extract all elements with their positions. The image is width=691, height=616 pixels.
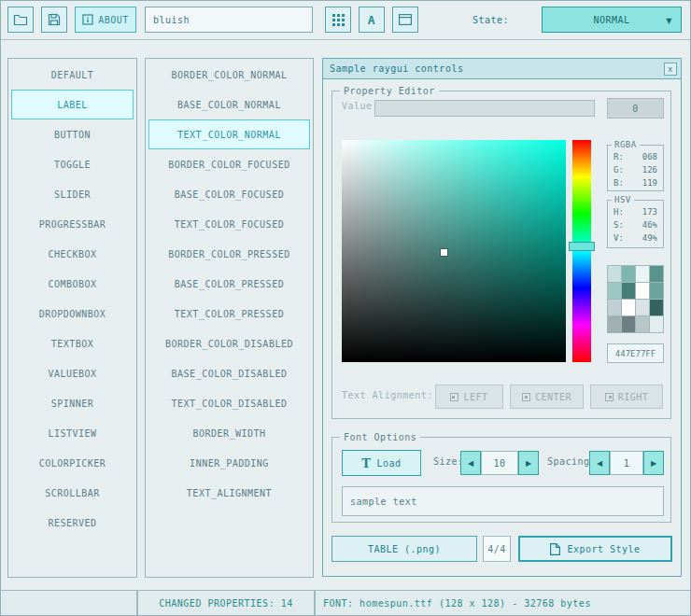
- color-swatch[interactable]: [608, 283, 621, 299]
- rgba-row-g: G:126: [608, 163, 663, 176]
- color-swatch[interactable]: [622, 266, 635, 282]
- hsv-row-v: V:49%: [608, 231, 663, 245]
- property-item-base-color-disabled[interactable]: BASE_COLOR_DISABLED: [148, 358, 310, 388]
- color-swatch[interactable]: [636, 283, 649, 299]
- control-item-combobox[interactable]: COMBOBOX: [11, 269, 134, 299]
- control-item-textbox[interactable]: TEXTBOX: [11, 329, 134, 358]
- properties-list: BORDER_COLOR_NORMALBASE_COLOR_NORMALTEXT…: [145, 58, 314, 578]
- style-name-value: bluish: [153, 15, 190, 25]
- spacing-increase-button[interactable]: ▶: [643, 451, 664, 475]
- controls-list: DEFAULTLABELBUTTONTOGGLESLIDERPROGRESSBA…: [7, 58, 137, 578]
- rgba-panel: RGBA R:068 G:126 B:119: [607, 145, 664, 191]
- control-item-scrollbar[interactable]: SCROLLBAR: [11, 478, 134, 508]
- letter-a-icon: A: [368, 13, 375, 27]
- color-swatch[interactable]: [650, 300, 663, 315]
- style-table-view-button[interactable]: [325, 7, 351, 33]
- control-item-valuebox[interactable]: VALUEBOX: [11, 358, 134, 388]
- control-item-progressbar[interactable]: PROGRESSBAR: [11, 209, 134, 239]
- property-item-text-color-disabled[interactable]: TEXT_COLOR_DISABLED: [148, 388, 310, 418]
- value-spinner[interactable]: 0: [607, 98, 664, 119]
- status-changed-properties: CHANGED PROPERTIES: 14: [137, 590, 315, 616]
- size-decrease-button[interactable]: ◀: [460, 451, 481, 475]
- property-item-text-color-normal[interactable]: TEXT_COLOR_NORMAL: [148, 119, 310, 149]
- font-atlas-button[interactable]: A: [359, 7, 385, 33]
- color-cursor[interactable]: [441, 249, 447, 256]
- color-swatch[interactable]: [622, 316, 635, 332]
- property-item-base-color-normal[interactable]: BASE_COLOR_NORMAL: [148, 90, 310, 119]
- spacing-value[interactable]: 1: [610, 451, 643, 475]
- property-item-inner-padding[interactable]: INNER_PADDING: [148, 448, 310, 478]
- save-style-button[interactable]: [41, 7, 67, 33]
- control-item-toggle[interactable]: TOGGLE: [11, 149, 134, 179]
- property-item-border-width[interactable]: BORDER_WIDTH: [148, 418, 310, 448]
- hsv-label: HSV: [612, 195, 634, 205]
- align-right-button[interactable]: RIGHT: [590, 385, 663, 409]
- control-item-reserved[interactable]: RESERVED: [11, 508, 134, 538]
- property-item-text-color-pressed[interactable]: TEXT_COLOR_PRESSED: [148, 299, 310, 329]
- property-editor-label: Property Editor: [340, 86, 439, 96]
- color-palette-grid: [607, 265, 664, 333]
- about-button[interactable]: ABOUT: [75, 7, 136, 33]
- save-floppy-icon: [48, 13, 61, 26]
- property-item-text-color-focused[interactable]: TEXT_COLOR_FOCUSED: [148, 209, 310, 239]
- control-item-default[interactable]: DEFAULT: [11, 60, 134, 90]
- hue-slider[interactable]: [572, 140, 591, 362]
- color-swatch[interactable]: [608, 266, 621, 282]
- style-name-input[interactable]: bluish: [145, 7, 313, 33]
- close-button[interactable]: x: [664, 63, 677, 76]
- property-item-border-color-pressed[interactable]: BORDER_COLOR_PRESSED: [148, 239, 310, 269]
- control-item-listview[interactable]: LISTVIEW: [11, 418, 134, 448]
- export-style-button[interactable]: Export Style: [518, 536, 672, 562]
- window-titlebar[interactable]: Sample raygui controls: [323, 59, 681, 79]
- color-swatch[interactable]: [608, 300, 621, 315]
- sample-text-input[interactable]: sample text: [342, 486, 664, 516]
- property-item-border-color-disabled[interactable]: BORDER_COLOR_DISABLED: [148, 329, 310, 358]
- size-increase-button[interactable]: ▶: [518, 451, 539, 475]
- hex-value-input[interactable]: 447E77FF: [607, 343, 664, 363]
- color-swatch[interactable]: [650, 266, 663, 282]
- state-dropdown[interactable]: NORMAL ▼: [542, 7, 682, 33]
- font-load-button[interactable]: T Load: [342, 450, 421, 476]
- value-slider[interactable]: [374, 100, 595, 117]
- align-left-button[interactable]: LEFT: [435, 385, 503, 409]
- chevron-down-icon: ▼: [666, 17, 672, 25]
- control-item-button[interactable]: BUTTON: [11, 119, 134, 149]
- size-value[interactable]: 10: [481, 451, 518, 475]
- grid-icon: [332, 14, 345, 26]
- color-saturation-value-panel[interactable]: [342, 140, 566, 362]
- property-item-border-color-normal[interactable]: BORDER_COLOR_NORMAL: [148, 60, 310, 90]
- color-swatch[interactable]: [622, 283, 635, 299]
- color-swatch[interactable]: [650, 316, 663, 332]
- color-swatch[interactable]: [650, 283, 663, 299]
- window-title: Sample raygui controls: [330, 63, 463, 74]
- arrow-left-icon: ◀: [468, 459, 473, 468]
- control-item-spinner[interactable]: SPINNER: [11, 388, 134, 418]
- color-swatch[interactable]: [636, 316, 649, 332]
- control-item-slider[interactable]: SLIDER: [11, 179, 134, 209]
- property-item-text-alignment[interactable]: TEXT_ALIGNMENT: [148, 478, 310, 508]
- property-item-base-color-pressed[interactable]: BASE_COLOR_PRESSED: [148, 269, 310, 299]
- arrow-right-icon: ▶: [651, 459, 656, 468]
- style-table-button[interactable]: TABLE (.png): [331, 536, 477, 562]
- color-swatch[interactable]: [636, 300, 649, 315]
- color-swatch[interactable]: [636, 266, 649, 282]
- color-swatch[interactable]: [608, 316, 621, 332]
- color-swatch[interactable]: [622, 300, 635, 315]
- folder-open-icon: [13, 13, 28, 26]
- export-file-icon: [550, 543, 560, 555]
- hue-slider-handle[interactable]: [569, 242, 595, 251]
- status-bar: CHANGED PROPERTIES: 14 FONT: homespun.tt…: [0, 590, 691, 616]
- spacing-decrease-button[interactable]: ◀: [589, 451, 610, 475]
- export-label: Export Style: [567, 544, 640, 554]
- control-item-checkbox[interactable]: CHECKBOX: [11, 239, 134, 269]
- control-item-label[interactable]: LABEL: [11, 90, 134, 119]
- control-preview-button[interactable]: [392, 7, 418, 33]
- control-item-colorpicker[interactable]: COLORPICKER: [11, 448, 134, 478]
- property-item-base-color-focused[interactable]: BASE_COLOR_FOCUSED: [148, 179, 310, 209]
- property-item-border-color-focused[interactable]: BORDER_COLOR_FOCUSED: [148, 149, 310, 179]
- rgba-row-r: R:068: [608, 150, 663, 163]
- align-center-button[interactable]: CENTER: [510, 385, 584, 409]
- open-style-button[interactable]: [7, 7, 34, 33]
- text-alignment-label: Text Alignment:: [342, 390, 433, 400]
- control-item-dropdownbox[interactable]: DROPDOWNBOX: [11, 299, 134, 329]
